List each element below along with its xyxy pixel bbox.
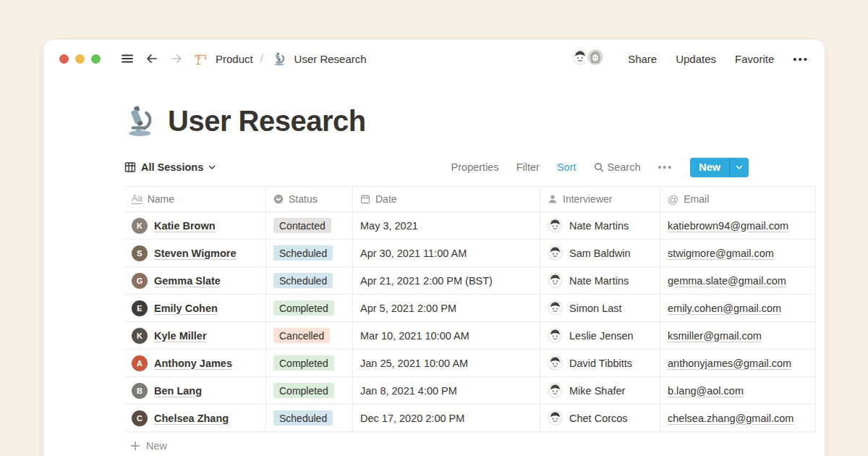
date-cell[interactable]: Dec 17, 2020 2:00 PM — [353, 405, 540, 432]
column-header-date[interactable]: Date — [353, 187, 540, 212]
sidebar-menu-icon[interactable] — [120, 51, 135, 66]
name-cell[interactable]: B Ben Lang — [124, 377, 266, 405]
status-cell[interactable]: Scheduled — [266, 405, 353, 432]
table-row: E Emily Cohen Completed Apr 5, 2021 2:00… — [124, 295, 816, 322]
collaborator-avatars[interactable] — [571, 48, 608, 69]
interviewer-cell[interactable]: Chet Corcos — [540, 405, 660, 432]
date-cell[interactable]: May 3, 2021 — [353, 212, 540, 240]
email-link[interactable]: katiebrown94@gmail.com — [668, 220, 788, 232]
person-name-link[interactable]: Emily Cohen — [154, 303, 218, 314]
name-cell[interactable]: G Gemma Slate — [124, 267, 266, 295]
email-cell[interactable]: b.lang@aol.com — [660, 377, 816, 405]
status-cell[interactable]: Scheduled — [266, 267, 353, 295]
person-name-link[interactable]: Anthony James — [154, 358, 232, 369]
name-cell[interactable]: K Kyle Miller — [124, 322, 266, 350]
column-header-status[interactable]: Status — [266, 187, 353, 212]
close-window-button[interactable] — [59, 54, 69, 64]
more-options-icon[interactable]: ••• — [793, 53, 809, 65]
status-cell[interactable]: Cancelled — [266, 322, 353, 350]
email-cell[interactable]: katiebrown94@gmail.com — [660, 212, 816, 240]
status-cell[interactable]: Completed — [266, 350, 353, 377]
person-avatar: K — [132, 328, 148, 344]
titlebar: Product / User Research Share Updates Fa… — [43, 40, 825, 77]
new-button-label[interactable]: New — [690, 158, 729, 177]
add-new-row-label: New — [146, 440, 167, 452]
person-name-link[interactable]: Steven Wigmore — [154, 248, 236, 259]
table-row: A Anthony James Completed Jan 25, 2021 1… — [124, 350, 816, 377]
interviewer-cell[interactable]: Nate Martins — [540, 267, 660, 295]
updates-button[interactable]: Updates — [676, 53, 716, 65]
search-label: Search — [608, 161, 641, 173]
microscope-icon[interactable] — [124, 105, 156, 137]
properties-button[interactable]: Properties — [451, 161, 499, 173]
column-header-name[interactable]: Aa Name — [124, 187, 266, 212]
search-button[interactable]: Search — [594, 161, 641, 173]
interviewer-name: Simon Last — [569, 303, 622, 314]
email-cell[interactable]: emily.cohen@gmail.com — [660, 295, 816, 322]
favorite-button[interactable]: Favorite — [735, 53, 774, 65]
view-switcher[interactable]: All Sessions — [124, 161, 216, 173]
status-cell[interactable]: Scheduled — [266, 240, 353, 267]
column-header-interviewer[interactable]: Interviewer — [540, 187, 660, 212]
person-name-link[interactable]: Chelsea Zhang — [154, 413, 229, 424]
sort-button[interactable]: Sort — [557, 161, 576, 173]
date-cell[interactable]: Apr 30, 2021 11:00 AM — [353, 240, 540, 267]
person-name-link[interactable]: Kyle Miller — [154, 330, 207, 342]
interviewer-cell[interactable]: Mike Shafer — [540, 377, 660, 405]
table-header-row: Aa Name Status Date — [124, 186, 816, 212]
view-more-options-icon[interactable]: ••• — [658, 161, 673, 173]
name-cell[interactable]: A Anthony James — [124, 350, 266, 377]
email-link[interactable]: chelsea.zhang@gmail.com — [668, 413, 793, 424]
email-cell[interactable]: chelsea.zhang@gmail.com — [660, 405, 816, 432]
zoom-window-button[interactable] — [91, 54, 101, 64]
email-link[interactable]: stwigmore@gmail.com — [668, 248, 774, 259]
interviewer-cell[interactable]: Sam Baldwin — [540, 240, 660, 267]
email-cell[interactable]: ksmiller@gmail.com — [660, 322, 816, 350]
name-cell[interactable]: E Emily Cohen — [124, 295, 266, 322]
name-cell[interactable]: K Katie Brown — [124, 212, 266, 240]
email-link[interactable]: anthonyjames@gmail.com — [668, 358, 791, 369]
date-cell[interactable]: Mar 10, 2021 10:00 AM — [353, 322, 540, 350]
date-cell[interactable]: Apr 5, 2021 2:00 PM — [353, 295, 540, 322]
notion-window: Product / User Research Share Updates Fa… — [43, 40, 825, 456]
status-cell[interactable]: Contacted — [266, 212, 353, 240]
email-cell[interactable]: gemma.slate@gmail.com — [660, 267, 816, 295]
breadcrumb-current[interactable]: User Research — [294, 53, 367, 65]
filter-button[interactable]: Filter — [516, 161, 540, 173]
interviewer-cell[interactable]: Leslie Jensen — [540, 322, 660, 350]
email-cell[interactable]: stwigmore@gmail.com — [660, 240, 816, 267]
traffic-lights — [59, 54, 101, 64]
share-button[interactable]: Share — [628, 53, 657, 65]
interviewer-avatar — [548, 273, 563, 288]
back-arrow-icon[interactable] — [145, 51, 159, 66]
person-name-link[interactable]: Ben Lang — [154, 385, 202, 397]
status-badge: Scheduled — [273, 410, 333, 426]
status-cell[interactable]: Completed — [266, 295, 353, 322]
email-cell[interactable]: anthonyjames@gmail.com — [660, 350, 816, 377]
table-row: K Kyle Miller Cancelled Mar 10, 2021 10:… — [124, 322, 816, 350]
email-link[interactable]: gemma.slate@gmail.com — [668, 275, 786, 287]
interviewer-cell[interactable]: Nate Martins — [540, 212, 660, 240]
breadcrumb-parent[interactable]: Product — [216, 53, 253, 65]
new-button[interactable]: New — [690, 158, 749, 177]
add-new-row-button[interactable]: New — [124, 432, 816, 456]
column-header-email[interactable]: @ Email — [660, 187, 816, 212]
person-name-link[interactable]: Gemma Slate — [154, 275, 221, 287]
new-button-dropdown[interactable] — [729, 158, 749, 177]
table-row: G Gemma Slate Scheduled Apr 21, 2021 2:0… — [124, 267, 816, 295]
interviewer-cell[interactable]: Simon Last — [540, 295, 660, 322]
email-link[interactable]: emily.cohen@gmail.com — [668, 303, 781, 314]
status-cell[interactable]: Completed — [266, 377, 353, 405]
name-cell[interactable]: C Chelsea Zhang — [124, 405, 266, 432]
email-link[interactable]: b.lang@aol.com — [668, 385, 744, 397]
person-name-link[interactable]: Katie Brown — [154, 220, 216, 232]
name-cell[interactable]: S Steven Wigmore — [124, 240, 266, 267]
email-link[interactable]: ksmiller@gmail.com — [668, 330, 762, 342]
forward-arrow-icon[interactable] — [169, 51, 184, 66]
person-avatar: A — [132, 355, 148, 371]
date-cell[interactable]: Jan 8, 2021 4:00 PM — [353, 377, 540, 405]
date-cell[interactable]: Apr 21, 2021 2:00 PM (BST) — [353, 267, 540, 295]
date-cell[interactable]: Jan 25, 2021 10:00 AM — [353, 350, 540, 377]
minimize-window-button[interactable] — [75, 54, 85, 64]
interviewer-cell[interactable]: David Tibbitts — [540, 350, 660, 377]
